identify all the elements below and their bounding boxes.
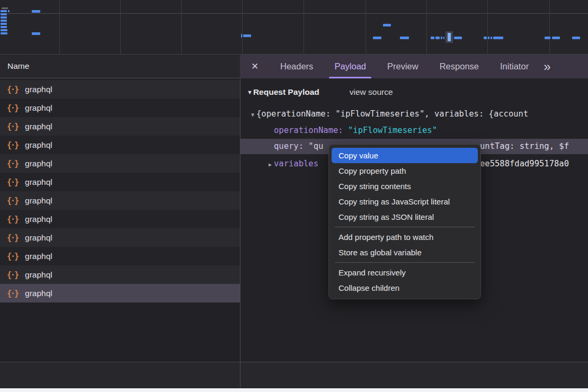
timeline-bar [241, 34, 242, 38]
json-braces-icon: {} [7, 233, 19, 243]
close-icon[interactable]: ✕ [240, 61, 270, 72]
timeline-bar [1, 20, 7, 22]
menu-separator [335, 227, 475, 227]
tab-strip: HeadersPayloadPreviewResponseInitiator [270, 55, 539, 78]
request-row[interactable]: {}graphql [0, 173, 240, 191]
timeline-bar [1, 29, 7, 31]
json-icon-dot [12, 218, 14, 220]
request-name: graphql [25, 233, 52, 243]
timeline-bar [32, 32, 40, 35]
timeline-bar [552, 37, 560, 39]
request-name: graphql [25, 270, 52, 280]
tab-initiator[interactable]: Initiator [489, 55, 539, 78]
tab-preview[interactable]: Preview [377, 55, 429, 78]
request-row[interactable]: {}graphql [0, 154, 240, 173]
json-braces-icon: {} [7, 159, 19, 168]
overview-vertical-gridline [426, 0, 427, 55]
overview-vertical-gridline [487, 0, 488, 55]
property-key: operationName: [274, 126, 343, 135]
request-name: graphql [25, 85, 52, 94]
timeline-bar [431, 37, 434, 39]
overview-vertical-gridline [59, 0, 60, 55]
request-name: graphql [25, 252, 52, 261]
json-icon-dot [12, 88, 14, 90]
request-row[interactable]: {}graphql [0, 265, 240, 284]
timeline-bar [441, 37, 442, 39]
timeline-bar [572, 37, 580, 39]
menu-item-copy-string-as-javascript-literal[interactable]: Copy string as JavaScript literal [332, 194, 478, 209]
timeline-bar [8, 10, 10, 12]
root-preview-text: {operationName: "ipFlowTimeseries", vari… [256, 109, 528, 119]
variables-collapsed-triangle-icon[interactable]: ▶ [266, 157, 274, 172]
json-icon-dot [12, 107, 14, 109]
json-braces-icon: {} [7, 85, 19, 94]
timeline-bar [32, 10, 40, 13]
json-braces-icon: {} [7, 140, 19, 150]
menu-item-collapse-children[interactable]: Collapse children [332, 280, 478, 296]
request-row[interactable]: {}graphql [0, 136, 240, 154]
overview-vertical-gridline [242, 0, 243, 55]
timeline-bar [1, 13, 7, 15]
more-tabs-icon[interactable]: » [544, 55, 550, 78]
request-name: graphql [25, 140, 52, 150]
request-row[interactable]: {}graphql [0, 247, 240, 265]
property-key: variables [274, 159, 318, 168]
name-column-label: Name [7, 61, 29, 71]
payload-operationname-row[interactable]: operationName: "ipFlowTimeseries" [240, 123, 588, 138]
pane-divider[interactable] [240, 78, 240, 388]
overview-vertical-gridline [304, 0, 304, 55]
menu-item-copy-string-as-json-literal[interactable]: Copy string as JSON literal [332, 209, 478, 225]
request-name: graphql [25, 177, 52, 187]
request-row[interactable]: {}graphql [0, 117, 240, 136]
json-icon-dot [12, 200, 14, 201]
tab-payload[interactable]: Payload [324, 55, 377, 78]
json-braces-icon: {} [7, 177, 19, 187]
menu-item-copy-value[interactable]: Copy value [332, 148, 478, 163]
tab-response[interactable]: Response [429, 55, 489, 78]
property-value-right-fragment: ee5588fdad995178a0 [480, 156, 569, 172]
view-source-link[interactable]: view source [350, 87, 393, 97]
json-braces-icon: {} [7, 215, 19, 224]
menu-item-expand-recursively[interactable]: Expand recursively [332, 265, 478, 280]
summary-footer [0, 362, 588, 388]
request-row[interactable]: {}graphql [0, 80, 240, 99]
request-name: graphql [25, 215, 52, 224]
name-column-header[interactable]: Name [0, 55, 240, 78]
json-icon-dot [12, 237, 14, 238]
request-name: graphql [25, 103, 52, 113]
tab-headers[interactable]: Headers [270, 55, 324, 78]
request-payload-section-header[interactable]: ▼ Request Payload view source [247, 87, 393, 97]
request-name: graphql [25, 159, 52, 168]
property-value: "ipFlowTimeseries" [348, 126, 437, 135]
payload-root-row[interactable]: ▼{operationName: "ipFlowTimeseries", var… [240, 106, 588, 122]
section-expand-triangle-icon[interactable]: ▼ [247, 89, 253, 95]
menu-item-add-property-path-to-watch[interactable]: Add property path to watch [332, 229, 478, 245]
json-braces-icon: {} [7, 103, 19, 113]
request-name: graphql [25, 289, 52, 298]
request-name: graphql [25, 122, 52, 131]
details-tab-bar: ✕ HeadersPayloadPreviewResponseInitiator… [240, 55, 588, 78]
page-bottom-strip [0, 388, 588, 392]
json-braces-icon: {} [7, 270, 19, 280]
timeline-bar [243, 34, 251, 37]
request-row[interactable]: {}graphql [0, 99, 240, 117]
network-overview-timeline[interactable] [0, 0, 588, 55]
json-braces-icon: {} [7, 252, 19, 261]
request-row[interactable]: {}graphql [0, 191, 240, 210]
timeline-bar [488, 37, 489, 39]
request-row[interactable]: {}graphql [0, 210, 240, 228]
timeline-bar [1, 10, 7, 12]
json-icon-dot [12, 126, 14, 127]
json-icon-dot [12, 144, 14, 146]
json-icon-dot [12, 274, 14, 275]
root-expand-triangle-icon[interactable]: ▼ [249, 107, 256, 122]
request-row[interactable]: {}graphql [0, 228, 240, 247]
property-value-right-fragment: untTag: string, $f [480, 139, 569, 154]
request-row[interactable]: {}graphql [0, 284, 240, 302]
json-icon-dot [12, 292, 14, 294]
menu-item-store-as-global-variable[interactable]: Store as global variable [332, 245, 478, 260]
timeline-bar [545, 37, 550, 39]
menu-item-copy-string-contents[interactable]: Copy string contents [332, 179, 478, 194]
timeline-bar [1, 23, 7, 25]
menu-item-copy-property-path[interactable]: Copy property path [332, 163, 478, 179]
